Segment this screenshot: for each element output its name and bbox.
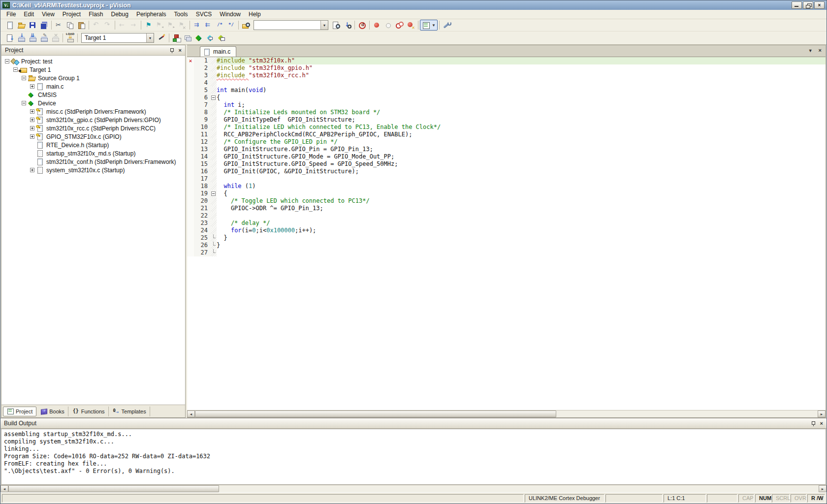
options-for-target-button[interactable] bbox=[156, 32, 167, 43]
tree-item[interactable]: Source Group 1 bbox=[1, 74, 185, 82]
toggle-bookmark-button[interactable] bbox=[143, 20, 154, 31]
panel-tab-project[interactable]: Project bbox=[3, 407, 36, 416]
search-input[interactable] bbox=[254, 21, 320, 30]
code-line[interactable]: 9 GPIO_InitTypeDef GPIO_InitStructure; bbox=[187, 116, 826, 124]
expand-icon[interactable] bbox=[30, 109, 34, 114]
menu-flash[interactable]: Flash bbox=[85, 10, 107, 19]
code-line[interactable]: 4 bbox=[187, 79, 826, 87]
scroll-thumb[interactable] bbox=[8, 485, 219, 492]
comment-button[interactable] bbox=[214, 20, 225, 31]
code-line[interactable]: 17 bbox=[187, 175, 826, 183]
manage-project-items-button[interactable] bbox=[171, 32, 182, 43]
menu-edit[interactable]: Edit bbox=[20, 10, 38, 19]
expand-icon[interactable] bbox=[30, 118, 34, 122]
code-line[interactable]: 15 GPIO_InitStructure.GPIO_Speed = GPIO_… bbox=[187, 160, 826, 168]
close-panel-icon[interactable]: × bbox=[820, 421, 823, 426]
copy-button[interactable] bbox=[64, 20, 76, 31]
dropdown-arrow-icon[interactable]: ▼ bbox=[320, 21, 328, 30]
code-line[interactable]: 16 GPIO_Init(GPIOC, &GPIO_InitStructure)… bbox=[187, 168, 826, 175]
expand-icon[interactable] bbox=[30, 126, 34, 130]
expand-icon[interactable] bbox=[30, 84, 34, 89]
code-line[interactable]: 6{ bbox=[187, 94, 826, 101]
scroll-track[interactable] bbox=[8, 485, 819, 492]
enable-disable-breakpoint-button[interactable] bbox=[382, 20, 394, 31]
menu-view[interactable]: View bbox=[38, 10, 59, 19]
code-line[interactable]: 8 /* Initialize Leds mounted on STM32 bo… bbox=[187, 109, 826, 116]
tree-item[interactable]: GPIO_STM32F10x.c (GPIO) bbox=[1, 132, 185, 141]
collapse-icon[interactable] bbox=[22, 76, 26, 80]
scroll-left-button[interactable]: ◄ bbox=[0, 485, 8, 492]
menu-svcs[interactable]: SVCS bbox=[192, 10, 216, 19]
collapse-icon[interactable] bbox=[13, 67, 18, 72]
manage-rte-button[interactable] bbox=[193, 32, 205, 43]
download-button[interactable]: LOAD bbox=[64, 32, 76, 43]
tree-item[interactable]: CMSIS bbox=[1, 91, 185, 99]
clear-bookmarks-button[interactable] bbox=[177, 20, 188, 31]
find-in-files-button[interactable] bbox=[240, 20, 252, 31]
tree-item[interactable]: stm32f10x_conf.h (StdPeriph Drivers:Fram… bbox=[1, 158, 185, 166]
code-line[interactable]: 20 /* Toggle LED which connected to PC13… bbox=[187, 197, 826, 205]
collapse-icon[interactable] bbox=[22, 101, 26, 105]
code-editor[interactable]: ✕1#include "stm32f10x.h"2#include "stm32… bbox=[187, 57, 826, 410]
redo-button[interactable] bbox=[102, 20, 113, 31]
build-button[interactable] bbox=[16, 32, 27, 43]
configure-button[interactable] bbox=[441, 20, 452, 31]
code-line[interactable]: 11 RCC_APB2PeriphClockCmd(RCC_APB2Periph… bbox=[187, 131, 826, 138]
panel-tab-functions[interactable]: Functions bbox=[69, 407, 109, 416]
tree-item[interactable]: Project: test bbox=[1, 57, 185, 65]
minimize-button[interactable] bbox=[792, 1, 802, 9]
indent-button[interactable] bbox=[191, 20, 203, 31]
translate-file-button[interactable] bbox=[4, 32, 16, 43]
code-line[interactable]: 12 /* Configure the GPIO_LED pin */ bbox=[187, 138, 826, 146]
code-line[interactable]: 24 for(i=0;i<0x100000;i++); bbox=[187, 227, 826, 234]
tree-item[interactable]: RTE_Device.h (Startup) bbox=[1, 141, 185, 149]
incremental-find-button[interactable] bbox=[342, 20, 353, 31]
navigate-forward-button[interactable] bbox=[128, 20, 139, 31]
menu-window[interactable]: Window bbox=[216, 10, 245, 19]
menu-file[interactable]: File bbox=[2, 10, 20, 19]
tree-item[interactable]: startup_stm32f10x_md.s (Startup) bbox=[1, 149, 185, 158]
code-line[interactable]: 3#include "stm32f10x_rcc.h" bbox=[187, 72, 826, 79]
build-output-log[interactable]: assembling startup_stm32f10x_md.s...comp… bbox=[1, 429, 826, 485]
code-line[interactable]: 14 GPIO_InitStructure.GPIO_Mode = GPIO_M… bbox=[187, 153, 826, 160]
collapse-icon[interactable] bbox=[5, 59, 9, 63]
dropdown-arrow-icon[interactable]: ▼ bbox=[432, 23, 436, 28]
scroll-right-button[interactable]: ► bbox=[819, 485, 827, 492]
uncomment-button[interactable] bbox=[225, 20, 237, 31]
unindent-button[interactable] bbox=[203, 20, 214, 31]
open-file-button[interactable] bbox=[16, 20, 27, 31]
code-line[interactable]: 21 GPIOC->ODR ^= GPIO_Pin_13; bbox=[187, 205, 826, 212]
undo-button[interactable] bbox=[91, 20, 102, 31]
restore-button[interactable] bbox=[803, 1, 813, 9]
tree-item[interactable]: Target 1 bbox=[1, 65, 185, 74]
code-line[interactable]: 13 GPIO_InitStructure.GPIO_Pin = GPIO_Pi… bbox=[187, 146, 826, 153]
debug-windows-button[interactable]: ▼ bbox=[420, 20, 438, 31]
code-line[interactable]: 18 while (1) bbox=[187, 183, 826, 190]
save-button[interactable] bbox=[27, 20, 38, 31]
pack-installer-button[interactable] bbox=[216, 32, 227, 43]
tree-item[interactable]: Device bbox=[1, 99, 185, 107]
code-line[interactable]: ✕1#include "stm32f10x.h" bbox=[187, 57, 826, 64]
scroll-track[interactable] bbox=[195, 410, 818, 417]
menu-tools[interactable]: Tools bbox=[170, 10, 192, 19]
menu-debug[interactable]: Debug bbox=[107, 10, 132, 19]
close-document-icon[interactable]: × bbox=[819, 48, 822, 53]
scroll-thumb[interactable] bbox=[195, 410, 556, 417]
multi-project-workspace-button[interactable] bbox=[182, 32, 193, 43]
select-software-packs-button[interactable] bbox=[205, 32, 216, 43]
scroll-right-button[interactable]: ► bbox=[818, 410, 826, 417]
tab-list-dropdown-icon[interactable]: ▼ bbox=[808, 48, 813, 53]
tree-item[interactable]: main.c bbox=[1, 82, 185, 91]
tree-item[interactable]: system_stm32f10x.c (Startup) bbox=[1, 166, 185, 174]
disable-all-breakpoints-button[interactable] bbox=[394, 20, 405, 31]
code-line[interactable]: 22 bbox=[187, 212, 826, 220]
previous-bookmark-button[interactable] bbox=[154, 20, 165, 31]
pin-icon[interactable] bbox=[170, 48, 174, 53]
next-bookmark-button[interactable] bbox=[165, 20, 177, 31]
menu-project[interactable]: Project bbox=[59, 10, 85, 19]
code-line[interactable]: 25 } bbox=[187, 234, 826, 242]
save-all-button[interactable] bbox=[38, 20, 50, 31]
paste-button[interactable] bbox=[76, 20, 87, 31]
scroll-left-button[interactable]: ◄ bbox=[187, 410, 195, 417]
panel-tab-templates[interactable]: Templates bbox=[109, 407, 150, 416]
